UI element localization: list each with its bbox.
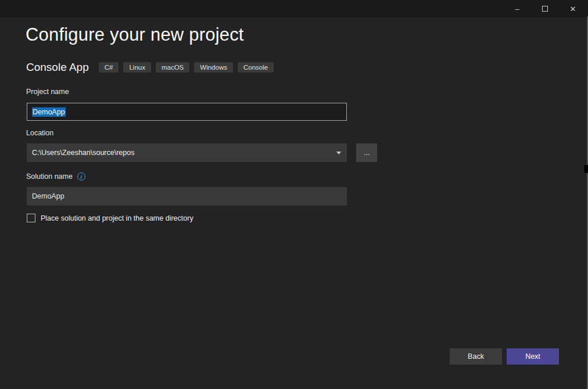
next-button[interactable]: Next [507,348,559,365]
configure-project-dialog: – ✕ Configure your new project Console A… [0,0,588,389]
back-button[interactable]: Back [450,348,502,365]
same-directory-checkbox[interactable] [27,214,35,222]
tag-console: Console [238,62,274,73]
location-label: Location [26,129,53,137]
selected-text: DemoApp [32,107,66,117]
location-combobox[interactable]: C:\Users\Zeeshan\source\repos [27,143,347,162]
location-value: C:\Users\Zeeshan\source\repos [32,149,134,157]
tag-linux: Linux [123,62,151,73]
template-info-row: Console App C# Linux macOS Windows Conso… [26,61,278,74]
template-name: Console App [26,61,89,74]
tag-csharp: C# [99,62,119,73]
minimize-icon: – [515,5,519,13]
tag-macos: macOS [156,62,189,73]
scrollbar-thumb[interactable] [584,165,588,173]
project-name-label: Project name [26,88,69,96]
minimize-button[interactable]: – [503,0,531,17]
same-directory-checkbox-label: Place solution and project in the same d… [41,214,193,222]
solution-name-label: Solution name [26,172,73,181]
tag-windows: Windows [194,62,233,73]
solution-name-input[interactable]: DemoApp [27,187,347,206]
same-directory-checkbox-row[interactable]: Place solution and project in the same d… [27,214,193,222]
solution-name-label-row: Solution name i [26,172,85,181]
maximize-button[interactable] [531,0,559,17]
browse-button[interactable]: ... [356,143,377,162]
close-button[interactable]: ✕ [559,0,587,17]
titlebar: – ✕ [0,0,588,17]
maximize-icon [542,6,548,12]
close-icon: ✕ [570,5,576,13]
chevron-down-icon [336,152,341,154]
info-icon[interactable]: i [77,172,85,181]
solution-name-value: DemoApp [32,192,64,200]
window-controls: – ✕ [503,0,587,17]
project-name-input[interactable]: DemoApp [27,103,347,121]
page-title: Configure your new project [26,24,244,45]
